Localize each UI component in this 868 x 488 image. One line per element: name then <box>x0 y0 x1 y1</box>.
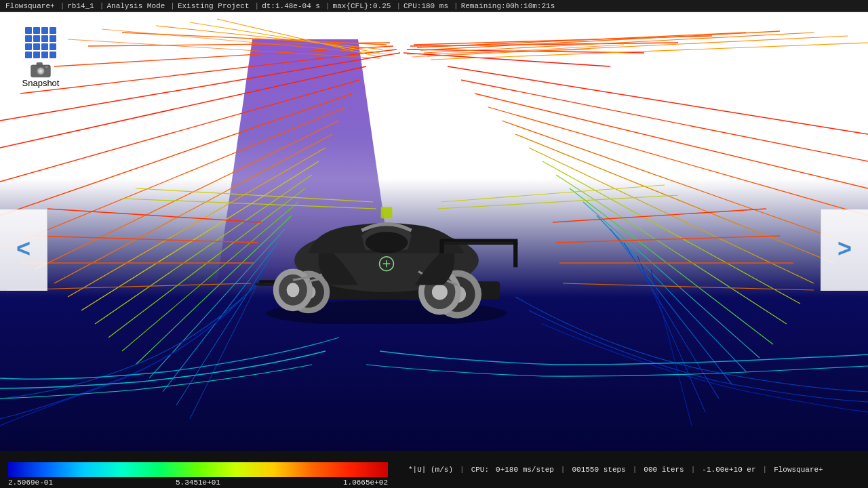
svg-line-38 <box>515 134 834 263</box>
f1-car <box>237 168 536 324</box>
svg-line-12 <box>417 33 746 47</box>
svg-line-62 <box>102 29 387 54</box>
camera-icon <box>23 61 58 78</box>
svg-line-50 <box>34 236 258 243</box>
sep4: | <box>255 2 260 10</box>
nav-right-button[interactable]: > <box>821 209 868 291</box>
left-arrow-icon: < <box>16 237 31 264</box>
colorbar-labels: 2.5069e-01 5.3451e+01 1.0665e+02 <box>8 479 388 487</box>
colorbar-min: 2.5069e-01 <box>8 479 53 487</box>
colorbar-mid: 5.3451e+01 <box>176 479 220 487</box>
svg-rect-74 <box>513 239 517 268</box>
toolbar: Flowsquare+ | rb14_1 | Analysis Mode | E… <box>0 0 868 12</box>
snapshot-label: Snapshot <box>22 78 60 88</box>
sep5: | <box>326 2 330 10</box>
step-info: 0+180 ms/step <box>496 466 554 474</box>
svg-rect-72 <box>439 242 517 245</box>
svg-line-37 <box>502 121 848 243</box>
svg-line-5 <box>156 26 383 49</box>
colorbar-info: *|U| (m/s) | CPU: 0+180 ms/step | 001550… <box>408 466 823 474</box>
iters-label: 000 iters <box>644 466 684 474</box>
error-label: -1.00e+10 er <box>702 466 755 474</box>
cpu-value: CPU:180 ms <box>403 2 448 10</box>
svg-line-13 <box>420 31 780 50</box>
nav-left-button[interactable]: < <box>0 209 47 291</box>
sep1: | <box>60 2 65 10</box>
project-type: Existing Project <box>178 2 250 10</box>
analysis-mode: Analysis Mode <box>106 2 165 10</box>
svg-line-53 <box>553 209 766 222</box>
svg-rect-99 <box>37 62 42 66</box>
visualization-area: < > Snapshot 2.5069e-01 5.3451e+01 <box>0 12 868 488</box>
colorbar: 2.5069e-01 5.3451e+01 1.0665e+02 *|U| (m… <box>0 451 868 488</box>
svg-point-98 <box>39 70 43 73</box>
sep6: | <box>396 2 401 10</box>
svg-point-80 <box>287 283 300 297</box>
quantity-label: *|U| (m/s) <box>408 466 453 474</box>
svg-point-68 <box>366 232 408 253</box>
sep2: | <box>100 2 104 10</box>
app-name: Flowsquare+ <box>5 2 55 10</box>
svg-line-18 <box>0 80 359 182</box>
svg-rect-100 <box>45 66 48 68</box>
grid-icon <box>25 27 56 58</box>
cfl-value: max{CFL}:0.25 <box>333 2 391 10</box>
app-label-bottom: Flowsquare+ <box>774 466 823 474</box>
svg-line-40 <box>542 161 800 304</box>
svg-line-56 <box>563 283 814 290</box>
remaining-time: Remaining:00h:10m:21s <box>461 2 555 10</box>
svg-line-54 <box>556 236 780 243</box>
sep7: | <box>454 2 458 10</box>
svg-line-34 <box>461 80 868 161</box>
colorbar-gradient <box>8 462 388 477</box>
sep3: | <box>170 2 175 10</box>
right-arrow-icon: > <box>837 237 852 264</box>
dt-value: dt:1.48e-04 s <box>262 2 320 10</box>
cpu-info: CPU: <box>471 466 489 474</box>
svg-point-86 <box>432 284 448 300</box>
project-id: rb14_1 <box>67 2 94 10</box>
colorbar-max: 1.0665e+02 <box>343 479 388 487</box>
svg-rect-94 <box>381 207 393 219</box>
snapshot-button[interactable]: Snapshot <box>7 27 75 88</box>
steps-label: 001550 steps <box>572 466 625 474</box>
